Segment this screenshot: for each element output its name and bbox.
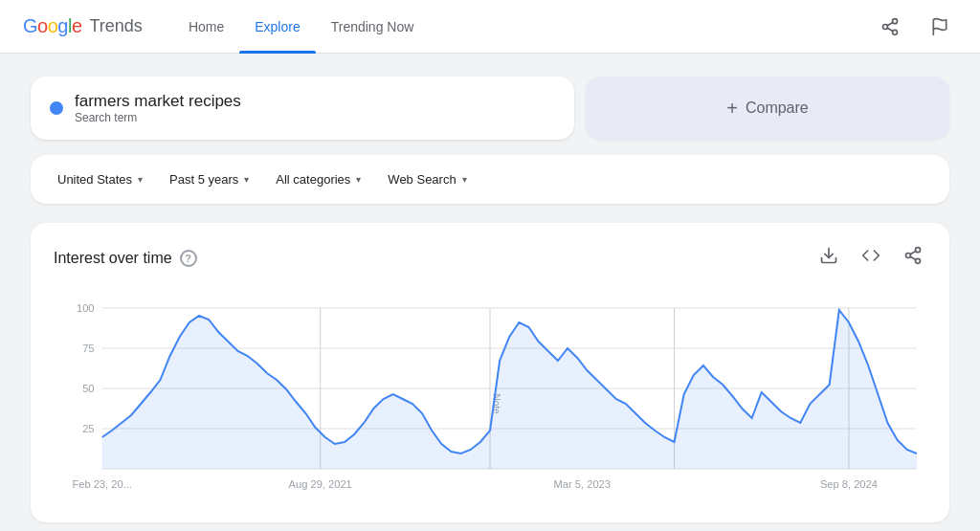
svg-text:Mar 5, 2023: Mar 5, 2023 xyxy=(554,478,611,490)
chart-card: Interest over time ? xyxy=(31,223,949,522)
category-chevron-icon: ▾ xyxy=(356,174,361,185)
chart-actions xyxy=(815,242,926,274)
region-filter[interactable]: United States ▾ xyxy=(50,166,150,192)
chart-title-row: Interest over time ? xyxy=(54,250,197,267)
period-chevron-icon: ▾ xyxy=(244,174,249,185)
search-type-label: Web Search xyxy=(388,172,456,187)
search-text-block: farmers market recipes Search term xyxy=(75,92,241,124)
nav-home[interactable]: Home xyxy=(173,0,239,54)
code-icon xyxy=(861,246,880,265)
main-nav: Home Explore Trending Now xyxy=(173,0,873,54)
chart-share-button[interactable] xyxy=(900,242,926,274)
header-actions xyxy=(873,10,957,44)
compare-plus-icon: + xyxy=(726,98,738,120)
compare-label: Compare xyxy=(746,100,809,117)
svg-line-11 xyxy=(910,251,916,254)
chart-header: Interest over time ? xyxy=(54,242,926,274)
logo-trends: Trends xyxy=(90,16,143,36)
svg-text:100: 100 xyxy=(77,302,95,314)
compare-card[interactable]: + Compare xyxy=(586,77,949,140)
search-type-filter[interactable]: Web Search ▾ xyxy=(380,166,474,192)
search-indicator-dot xyxy=(50,101,63,115)
svg-text:Sep 8, 2024: Sep 8, 2024 xyxy=(820,478,878,490)
logo-text: Google xyxy=(23,15,82,37)
search-section: farmers market recipes Search term + Com… xyxy=(31,77,949,140)
filters-bar: United States ▾ Past 5 years ▾ All categ… xyxy=(31,155,949,204)
region-chevron-icon: ▾ xyxy=(138,174,143,185)
share-icon xyxy=(880,17,900,36)
region-label: United States xyxy=(57,172,132,187)
download-icon xyxy=(819,246,838,265)
category-filter[interactable]: All categories ▾ xyxy=(268,166,368,192)
download-button[interactable] xyxy=(815,242,842,274)
period-filter[interactable]: Past 5 years ▾ xyxy=(162,166,256,192)
chart-title: Interest over time xyxy=(54,250,172,267)
chart-share-icon xyxy=(903,246,923,265)
svg-text:50: 50 xyxy=(82,383,94,394)
main-content: farmers market recipes Search term + Com… xyxy=(0,54,980,531)
search-type-chevron-icon: ▾ xyxy=(462,174,467,185)
share-button[interactable] xyxy=(873,10,907,44)
logo: Google Trends xyxy=(23,15,143,37)
search-type-text: Search term xyxy=(75,111,241,124)
interest-chart: 100 75 50 25 Note Feb 23, 20... Aug 29, … xyxy=(54,289,926,499)
flag-icon xyxy=(930,17,949,36)
svg-line-3 xyxy=(887,28,893,31)
header: Google Trends Home Explore Trending Now xyxy=(0,0,980,54)
svg-line-4 xyxy=(887,22,893,25)
period-label: Past 5 years xyxy=(169,172,238,187)
help-icon[interactable]: ? xyxy=(180,250,197,267)
svg-line-10 xyxy=(910,256,916,259)
svg-text:25: 25 xyxy=(82,423,94,434)
chart-container: 100 75 50 25 Note Feb 23, 20... Aug 29, … xyxy=(54,289,926,503)
search-term-text: farmers market recipes xyxy=(75,92,241,111)
flag-button[interactable] xyxy=(923,10,957,44)
category-label: All categories xyxy=(276,172,350,187)
nav-explore[interactable]: Explore xyxy=(239,0,315,54)
svg-text:Feb 23, 20...: Feb 23, 20... xyxy=(72,478,132,490)
svg-text:75: 75 xyxy=(82,343,94,354)
search-card: farmers market recipes Search term xyxy=(31,77,574,140)
embed-button[interactable] xyxy=(858,242,884,274)
svg-text:Aug 29, 2021: Aug 29, 2021 xyxy=(289,478,352,490)
nav-trending[interactable]: Trending Now xyxy=(316,0,430,54)
